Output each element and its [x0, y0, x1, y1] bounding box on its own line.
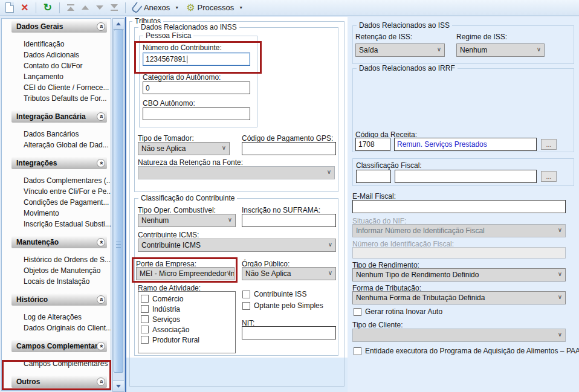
section-label: Campos Complementar — [16, 342, 98, 350]
sidebar-item-identificacao[interactable]: Identificação — [24, 39, 111, 50]
sidebar-section-historico[interactable]: Histórico — [11, 294, 107, 306]
sidebar-item-contato-clifor[interactable]: Contato do Cli/For — [24, 60, 111, 71]
scrollbar-thumb[interactable] — [114, 30, 123, 373]
vertical-scrollbar[interactable] — [112, 18, 125, 392]
retencao-iss-combo[interactable]: Saída — [355, 43, 445, 57]
classificacao-fiscal-code-input[interactable] — [356, 170, 391, 183]
sidebar-item-cei-cliente[interactable]: CEI do Cliente / Fornece... — [24, 82, 111, 93]
nav-first-button[interactable] — [65, 2, 76, 14]
porte-empresa-combo[interactable]: MEI - Micro Empreendedor Ind — [136, 267, 235, 280]
nav-previous-button[interactable] — [80, 2, 91, 14]
email-fiscal-label: E-Mail Fiscal: — [352, 192, 396, 201]
refresh-button[interactable] — [42, 2, 54, 14]
contribuinte-icms-combo[interactable]: Contribuinte ICMS — [138, 239, 336, 252]
codigo-receita-desc-input[interactable]: Remun. Serviços Prestados — [394, 138, 537, 151]
sidebar-section-campos-complementares[interactable]: Campos Complementar — [11, 340, 107, 352]
collapse-chevron-icon[interactable] — [97, 22, 105, 31]
sidebar-item-dados-adicionais[interactable]: Dados Adicionais — [24, 50, 111, 60]
sidebar-section-integracao-bancaria[interactable]: Integração Bancária — [11, 111, 107, 123]
scrollbar-up-button[interactable] — [113, 19, 124, 30]
collapse-chevron-icon[interactable] — [97, 238, 105, 246]
sidebar-item-historico-ordens[interactable]: Histórico de Ordens de S... — [24, 254, 111, 265]
ramo-item-industria[interactable]: Indústria — [141, 304, 235, 314]
checkbox-icon[interactable] — [242, 302, 250, 310]
checkbox-icon[interactable] — [141, 295, 149, 303]
tipo-rendimento-combo[interactable]: Nenhum Tipo de Rendimento Definido — [352, 268, 566, 281]
checkbox-icon[interactable] — [354, 308, 361, 316]
ramo-item-produtor-rural[interactable]: Produtor Rural — [141, 335, 235, 345]
classificacao-fiscal-browse-button[interactable]: ... — [541, 171, 557, 182]
regime-iss-value: Nenhum — [460, 46, 487, 54]
checkbox-icon[interactable] — [141, 326, 149, 333]
cbo-autonomo-input[interactable] — [143, 108, 250, 120]
sidebar-item-movimento[interactable]: Movimento — [24, 208, 111, 219]
collapse-chevron-icon[interactable] — [97, 295, 105, 304]
scrollbar-down-button[interactable] — [113, 381, 124, 391]
forma-tributacao-combo[interactable]: Nenhuma Forma de Tributação Definida — [352, 291, 566, 304]
checkbox-icon[interactable] — [141, 305, 149, 313]
sidebar-item-alteracao-global[interactable]: Alteração Global de Dad... — [24, 140, 111, 150]
codigo-gps-label: Código de Pagamento GPS: — [242, 134, 333, 143]
section-items: Dados Complementares (... Vínculo entre … — [2, 169, 111, 233]
checkbox-icon[interactable] — [242, 291, 250, 298]
tipo-cliente-combo[interactable] — [352, 329, 566, 342]
ramo-item-servicos[interactable]: Serviços — [141, 314, 235, 324]
natureza-retencao-combo[interactable] — [138, 166, 335, 179]
sidebar-item-lancamento[interactable]: Lançamento — [24, 71, 111, 82]
ellipsis-icon: ... — [546, 173, 551, 180]
processos-button[interactable]: Processos — [184, 2, 245, 14]
collapse-chevron-icon[interactable] — [97, 159, 105, 167]
codigo-gps-input[interactable] — [242, 142, 336, 155]
paa-checkbox[interactable]: Entidade executora do Programa de Aquisi… — [354, 347, 579, 355]
sidebar-item-objetos-manutencao[interactable]: Objetos de Manutenção — [24, 265, 111, 276]
sidebar-section-manutencao[interactable]: Manutenção — [11, 236, 107, 248]
sidebar-item-log-alteracoes[interactable]: Log de Alterações — [24, 312, 111, 323]
email-fiscal-input[interactable] — [352, 200, 566, 213]
sidebar-section-outros[interactable]: Outros — [11, 376, 107, 388]
sidebar-item-campos-complementares[interactable]: Campos Complementares — [24, 358, 111, 369]
orgao-publico-combo[interactable]: Não Se Aplica — [242, 267, 336, 280]
codigo-receita-browse-button[interactable]: ... — [541, 139, 557, 150]
ramo-item-associacao[interactable]: Associação — [141, 324, 235, 335]
retencao-iss-value: Saída — [359, 46, 378, 54]
anexos-button[interactable]: Anexos — [131, 2, 181, 14]
ramo-item-comercio[interactable]: Comércio — [141, 294, 235, 304]
classificacao-fiscal-desc-input[interactable] — [395, 170, 537, 183]
sidebar-item-condicoes-pagamento[interactable]: Condições de Pagament... — [24, 197, 111, 208]
new-document-button[interactable] — [4, 2, 16, 14]
inovar-auto-checkbox[interactable]: Gerar rotina Inovar Auto — [354, 307, 442, 316]
numero-contribuinte-input[interactable]: 1234567891 — [143, 53, 250, 66]
codigo-receita-code-input[interactable]: 1708 — [355, 138, 390, 151]
situacao-nif-combo[interactable]: Informar Número de Identificação Fiscal — [352, 224, 566, 237]
tipo-oper-combustivel-combo[interactable]: Nenhum — [138, 214, 236, 227]
contribuinte-iss-checkbox[interactable]: Contribuinte ISS — [242, 290, 306, 298]
numero-nif-input[interactable] — [352, 247, 566, 259]
inscricao-suframa-input[interactable] — [242, 214, 336, 227]
regime-iss-combo[interactable]: Nenhum — [456, 43, 545, 57]
tipo-oper-combustivel-label: Tipo Oper. Combustível: — [138, 206, 216, 214]
collapse-chevron-icon[interactable] — [97, 378, 105, 386]
checkbox-icon[interactable] — [141, 315, 149, 323]
nav-next-button[interactable] — [94, 2, 105, 14]
sidebar-section-integracoes[interactable]: Integrações — [11, 157, 107, 169]
sidebar-item-vinculo-clifor[interactable]: Vínculo entre Cli/For e Pe... — [24, 186, 111, 197]
categoria-autonomo-input[interactable]: 0 — [143, 82, 250, 94]
collapse-chevron-icon[interactable] — [97, 112, 105, 121]
sidebar-item-tributos-defaults[interactable]: Tributos Defaults de For... — [24, 93, 111, 104]
nav-last-button[interactable] — [109, 2, 120, 14]
sidebar-item-inscricao-estadual[interactable]: Inscrição Estadual Substi... — [24, 219, 111, 230]
delete-button[interactable] — [19, 2, 30, 14]
checkbox-icon[interactable] — [141, 336, 149, 344]
nit-input[interactable] — [242, 326, 336, 339]
sidebar-section-dados-gerais[interactable]: Dados Gerais — [11, 21, 107, 33]
checkbox-icon[interactable] — [354, 347, 361, 355]
sidebar-item-locais-instalacao[interactable]: Locais de Instalação — [24, 276, 111, 287]
collapse-chevron-icon[interactable] — [97, 342, 105, 350]
optante-simples-checkbox[interactable]: Optante pelo Simples — [242, 301, 323, 310]
sidebar-item-dados-originais[interactable]: Dados Originais do Client... — [24, 323, 111, 333]
sidebar-item-dados-bancarios[interactable]: Dados Bancários — [24, 129, 111, 140]
numero-contribuinte-value: 1234567891 — [146, 55, 186, 63]
tipo-tomador-combo[interactable]: Não se Aplica — [138, 142, 230, 155]
ramo-atividade-listbox[interactable]: Comércio Indústria Serviços Associação P… — [138, 291, 236, 353]
sidebar-item-dados-complementares[interactable]: Dados Complementares (... — [24, 175, 111, 186]
